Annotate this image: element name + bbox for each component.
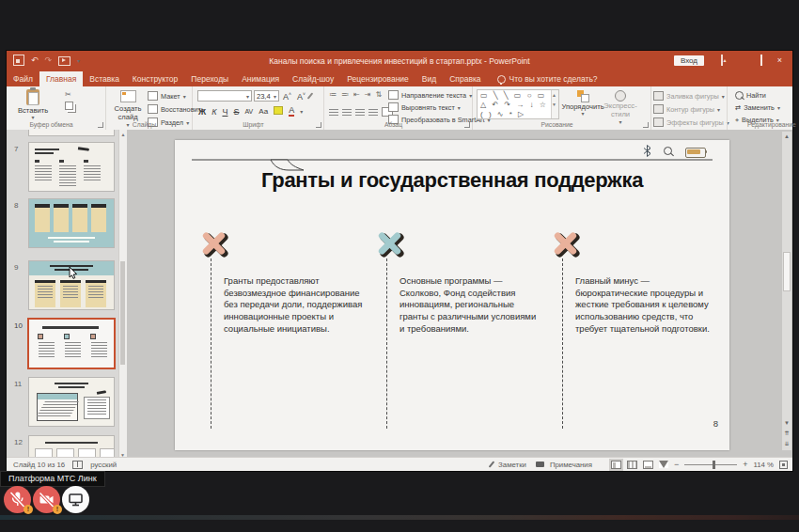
shapes-gallery[interactable]: ▭ ╲ ╲ ▭ ○ ▭ △ ↶ ↷ → ↓ ☆ ( ) ∿ * ▷ ▲▼ xyxy=(477,89,559,119)
grow-font-button[interactable]: А˄ xyxy=(281,91,293,102)
ribbon: Вставить ▾ ✂ Буфер обмена Создать слайд … xyxy=(7,86,792,131)
shape-effects-button[interactable]: Эффекты фигуры▾ xyxy=(653,117,729,127)
zoom-out-button[interactable]: − xyxy=(674,460,679,469)
new-slide-icon xyxy=(120,90,136,102)
language-indicator[interactable]: русский xyxy=(90,461,117,469)
editor-scrollbar-thumb[interactable] xyxy=(783,252,791,291)
slide-thumbnail-panel[interactable]: 7 8 xyxy=(7,130,128,460)
thumbnail-slide-11[interactable] xyxy=(29,378,114,426)
clear-formatting-icon[interactable] xyxy=(307,92,314,99)
slide-column-2[interactable]: Основные программы — Сколково, Фонд соде… xyxy=(374,228,543,266)
spellcheck-icon[interactable] xyxy=(72,461,83,469)
previous-slide-button[interactable]: ⇈ xyxy=(782,430,791,438)
tab-slideshow[interactable]: Слайд-шоу xyxy=(286,71,340,86)
slides-group-label: Слайды xyxy=(106,121,182,128)
tab-transitions[interactable]: Переходы xyxy=(184,71,235,86)
tab-view[interactable]: Вид xyxy=(415,71,443,86)
align-right-button[interactable] xyxy=(355,109,365,117)
change-case-button[interactable]: Аа xyxy=(258,107,268,116)
scroll-down-icon[interactable]: ▼ xyxy=(782,420,791,426)
comments-toggle[interactable]: Примечания xyxy=(550,461,592,469)
shape-outline-button[interactable]: Контур фигуры▾ xyxy=(653,104,729,114)
slide-canvas[interactable]: Гранты и государственная поддержка xyxy=(175,140,729,450)
screen-share-button[interactable] xyxy=(62,486,89,513)
thumbnail-slide-6[interactable] xyxy=(29,130,114,135)
justify-button[interactable] xyxy=(368,109,378,117)
drawing-dialog-launcher[interactable] xyxy=(643,122,649,128)
replace-button[interactable]: ⇄Заменить▾ xyxy=(735,103,780,112)
find-button[interactable]: Найти xyxy=(735,91,780,100)
tab-help[interactable]: Справка xyxy=(443,71,487,86)
thumbnail-scrollbar[interactable]: ▲ ▼ xyxy=(118,130,127,460)
slide-page-number: 8 xyxy=(690,418,718,429)
slideshow-view-button[interactable] xyxy=(659,461,668,468)
warning-badge: ! xyxy=(53,505,62,514)
line-spacing-button[interactable]: ⇅ xyxy=(375,90,382,99)
shape-fill-button[interactable]: Заливка фигуры▾ xyxy=(653,91,729,101)
paragraph-dialog-launcher[interactable] xyxy=(464,122,470,128)
numbering-button[interactable]: ≕ xyxy=(341,90,349,99)
thumbnail-slide-10-selected[interactable] xyxy=(29,320,114,368)
scroll-up-icon[interactable]: ▲ xyxy=(782,132,791,141)
bullets-button[interactable]: ≔ xyxy=(329,90,337,99)
tell-me-box[interactable]: Что вы хотите сделать? xyxy=(497,71,598,86)
microphone-muted-button[interactable]: ! xyxy=(4,486,31,513)
screen-share-stage: ↶ ↷ ▾ Каналы поиска и привлечения инвест… xyxy=(0,0,799,532)
decrease-indent-button[interactable]: ⇤ xyxy=(353,90,360,99)
tab-animations[interactable]: Анимация xyxy=(235,71,286,86)
editor-scrollbar[interactable]: ▲ ▼ ⇈ ⇊ xyxy=(782,132,791,450)
slide-column-3[interactable]: Главный минус — бюрократические процедур… xyxy=(550,228,719,266)
thumbnail-slide-8[interactable] xyxy=(29,199,114,247)
zoom-slider-thumb[interactable] xyxy=(713,461,715,469)
notes-toggle[interactable]: Заметки xyxy=(498,461,526,469)
slide-sorter-view-button[interactable] xyxy=(627,461,637,469)
strikethrough-button[interactable]: S xyxy=(233,107,239,117)
minimize-button[interactable] xyxy=(734,54,750,67)
cut-button[interactable]: ✂ xyxy=(65,90,73,99)
copy-button[interactable] xyxy=(65,102,73,112)
increase-indent-button[interactable]: ⇥ xyxy=(365,90,371,99)
restore-button[interactable] xyxy=(753,54,769,67)
tab-home[interactable]: Главная xyxy=(39,71,83,86)
character-spacing-button[interactable]: AV xyxy=(244,108,253,115)
reading-view-button[interactable] xyxy=(643,461,653,469)
bluetooth-icon xyxy=(643,145,651,157)
font-color-button[interactable]: А xyxy=(289,106,294,117)
font-dialog-launcher[interactable] xyxy=(316,122,321,128)
arrange-button[interactable]: Упорядочить ▾ xyxy=(562,90,603,118)
font-size-combobox[interactable]: 23,4▾ xyxy=(254,90,279,102)
italic-button[interactable]: К xyxy=(212,107,216,117)
shapes-gallery-scrollbar[interactable]: ▲▼ xyxy=(551,90,558,118)
underline-button[interactable]: Ч xyxy=(222,107,227,117)
font-size-value: 23,4 xyxy=(257,92,271,101)
normal-view-button[interactable] xyxy=(611,461,621,469)
ribbon-display-options-button[interactable] xyxy=(715,54,731,67)
clipboard-dialog-launcher[interactable] xyxy=(98,122,103,128)
align-center-button[interactable] xyxy=(342,109,352,117)
shapes-row: ( ) ∿ * ▷ xyxy=(480,110,558,119)
font-name-combobox[interactable]: ▾ xyxy=(197,90,252,102)
bold-button[interactable]: Ж xyxy=(198,107,206,117)
close-button[interactable]: × xyxy=(772,54,788,67)
zoom-level[interactable]: 114 % xyxy=(753,461,774,469)
camera-off-button[interactable]: ! xyxy=(33,486,60,513)
signin-button[interactable]: Вход xyxy=(674,55,704,66)
slide-title[interactable]: Гранты и государственная поддержка xyxy=(175,168,729,193)
shrink-font-button[interactable]: А˅ xyxy=(295,91,307,102)
thumbnail-scrollbar-thumb[interactable] xyxy=(120,261,125,365)
tab-insert[interactable]: Вставка xyxy=(83,71,126,86)
scroll-up-icon[interactable]: ▲ xyxy=(121,132,126,137)
zoom-in-button[interactable]: + xyxy=(743,460,747,469)
paste-button[interactable]: Вставить ▾ xyxy=(18,89,48,122)
tab-review[interactable]: Рецензирование xyxy=(340,71,415,86)
slide-column-1[interactable]: Гранты предоставляют безвозмездное финан… xyxy=(198,228,368,266)
zoom-slider[interactable] xyxy=(684,464,737,465)
thumbnail-slide-7[interactable] xyxy=(29,143,114,191)
highlight-button[interactable] xyxy=(274,106,283,117)
fit-to-window-button[interactable] xyxy=(779,461,788,469)
font-color-caret-icon[interactable]: ▾ xyxy=(300,108,303,115)
align-left-button[interactable] xyxy=(329,109,338,117)
tab-file[interactable]: Файл xyxy=(7,71,39,86)
tab-design[interactable]: Конструктор xyxy=(126,71,184,86)
next-slide-button[interactable]: ⇊ xyxy=(782,440,791,448)
